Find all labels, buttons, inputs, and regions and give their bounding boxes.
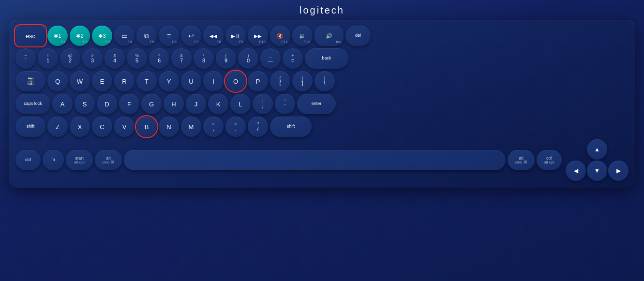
- key-0[interactable]: ) 0: [238, 48, 258, 69]
- key-3[interactable]: # 3: [82, 48, 103, 69]
- key-comma[interactable]: < ,: [203, 117, 224, 137]
- key-h[interactable]: H: [164, 94, 184, 114]
- key-1[interactable]: ! 1: [38, 48, 58, 69]
- key-z[interactable]: Z: [47, 117, 68, 137]
- key-arrow-left[interactable]: ◀: [566, 161, 586, 181]
- key-tab[interactable]: 📷 tab: [15, 71, 45, 91]
- key-x[interactable]: X: [70, 117, 90, 137]
- arrow-down-icon: ▼: [594, 167, 600, 174]
- key-j[interactable]: J: [186, 94, 206, 114]
- key-tab-label: tab: [28, 82, 34, 87]
- key-period[interactable]: > .: [225, 117, 246, 137]
- key-ctrl-right[interactable]: ctrl alt opt: [537, 150, 562, 170]
- key-r[interactable]: R: [114, 71, 135, 91]
- key-fn[interactable]: fn: [43, 150, 64, 170]
- key-backspace[interactable]: back: [305, 48, 348, 69]
- key-9[interactable]: ( 9: [216, 48, 236, 69]
- key-f1[interactable]: ✱1 F1: [47, 26, 68, 46]
- key-w[interactable]: W: [70, 71, 90, 91]
- key-alt-left-sub: cmd ⌘: [102, 161, 114, 164]
- key-f9[interactable]: ▶⏸ F9: [225, 26, 246, 46]
- key-arrow-right[interactable]: ▶: [608, 161, 629, 181]
- key-v[interactable]: V: [114, 117, 135, 137]
- key-minus-bottom: —: [268, 58, 273, 63]
- key-quote-bottom: ': [285, 104, 285, 109]
- key-c[interactable]: C: [92, 117, 112, 137]
- key-equals-bottom: =: [291, 58, 294, 63]
- key-enter[interactable]: enter: [297, 94, 336, 114]
- key-quote[interactable]: " ': [275, 94, 295, 114]
- key-slash-bottom: /: [257, 126, 258, 132]
- key-l-label: L: [239, 101, 242, 108]
- key-i[interactable]: I: [203, 71, 224, 91]
- key-alt-right[interactable]: alt cmd ⌘: [508, 150, 535, 170]
- key-ctrl-left-label: ctrl: [25, 158, 31, 163]
- key-f10[interactable]: ▶▶ F10: [248, 26, 268, 46]
- key-5[interactable]: % 5: [127, 48, 147, 69]
- key-bracket-close[interactable]: } ]: [292, 71, 313, 91]
- key-7-bottom: 7: [180, 58, 183, 63]
- key-f[interactable]: F: [119, 94, 139, 114]
- key-shift-left[interactable]: shift: [15, 117, 45, 137]
- key-f5[interactable]: ⧉ F5: [136, 26, 157, 46]
- key-t[interactable]: T: [136, 71, 157, 91]
- key-o[interactable]: O: [225, 71, 246, 91]
- keyboard-body: esc ✱1 F1 ✱2 F2 ✱3 F3 ▭ F4 ⧉ F5: [9, 20, 635, 188]
- key-b[interactable]: B: [136, 117, 157, 137]
- key-s[interactable]: S: [75, 94, 95, 114]
- key-f4[interactable]: ▭ F4: [114, 26, 135, 46]
- key-f-label: F: [127, 101, 131, 108]
- key-alt-left[interactable]: alt cmd ⌘: [95, 150, 122, 170]
- key-x-label: X: [78, 123, 82, 131]
- key-g[interactable]: G: [141, 94, 162, 114]
- key-equals[interactable]: + =: [283, 48, 303, 69]
- key-fn-label: fn: [51, 158, 55, 163]
- key-f12[interactable]: 🔉 F12: [292, 26, 313, 46]
- key-bracket-open[interactable]: { [: [270, 71, 290, 91]
- key-arrow-down[interactable]: ▼: [587, 161, 607, 181]
- key-minus[interactable]: _ —: [260, 48, 281, 69]
- key-p[interactable]: P: [248, 71, 268, 91]
- key-f6[interactable]: ≡ F6: [159, 26, 179, 46]
- key-k[interactable]: K: [208, 94, 228, 114]
- key-f9-sub: F9: [239, 40, 243, 44]
- key-start[interactable]: start alt opt: [66, 150, 93, 170]
- key-6[interactable]: ^ 6: [149, 48, 169, 69]
- key-7[interactable]: & 7: [171, 48, 192, 69]
- key-m[interactable]: M: [181, 117, 201, 137]
- key-backslash[interactable]: | \: [315, 71, 335, 91]
- key-f7[interactable]: ↩ F7: [181, 26, 201, 46]
- key-esc[interactable]: esc: [15, 26, 45, 46]
- key-w-label: W: [77, 78, 83, 85]
- key-4[interactable]: $ 4: [105, 48, 125, 69]
- key-e[interactable]: E: [92, 71, 112, 91]
- key-8[interactable]: * 8: [194, 48, 214, 69]
- key-y[interactable]: Y: [159, 71, 179, 91]
- key-f11[interactable]: 🔇 F11: [270, 26, 290, 46]
- key-space[interactable]: [124, 150, 506, 170]
- key-l[interactable]: L: [230, 94, 251, 114]
- key-arrow-up[interactable]: ▲: [587, 139, 607, 160]
- key-backslash-bottom: \: [324, 81, 325, 86]
- key-f8[interactable]: ◀◀ F8: [203, 26, 224, 46]
- key-slash[interactable]: ? /: [248, 117, 268, 137]
- key-2[interactable]: @ 2: [60, 48, 80, 69]
- key-u[interactable]: U: [181, 71, 201, 91]
- key-f1-label: ✱1: [54, 33, 61, 39]
- key-ins[interactable]: 🔊 ins: [315, 26, 344, 46]
- key-caps[interactable]: caps lock: [15, 94, 50, 114]
- key-tilde[interactable]: ~ `: [15, 48, 36, 69]
- key-f3[interactable]: ✱3 F3: [92, 26, 112, 46]
- key-n[interactable]: N: [159, 117, 179, 137]
- key-q[interactable]: Q: [47, 71, 68, 91]
- key-del[interactable]: del: [345, 26, 371, 46]
- key-d[interactable]: D: [97, 94, 117, 114]
- key-a[interactable]: A: [52, 94, 73, 114]
- key-shift-right[interactable]: shift: [270, 117, 312, 137]
- key-f2[interactable]: ✱2 F2: [70, 26, 90, 46]
- key-5-bottom: 5: [135, 58, 138, 63]
- key-comma-bottom: ,: [212, 126, 214, 132]
- key-f12-sub: F12: [303, 40, 310, 44]
- key-semicolon[interactable]: : ;: [253, 94, 273, 114]
- key-ctrl-left[interactable]: ctrl: [15, 150, 41, 170]
